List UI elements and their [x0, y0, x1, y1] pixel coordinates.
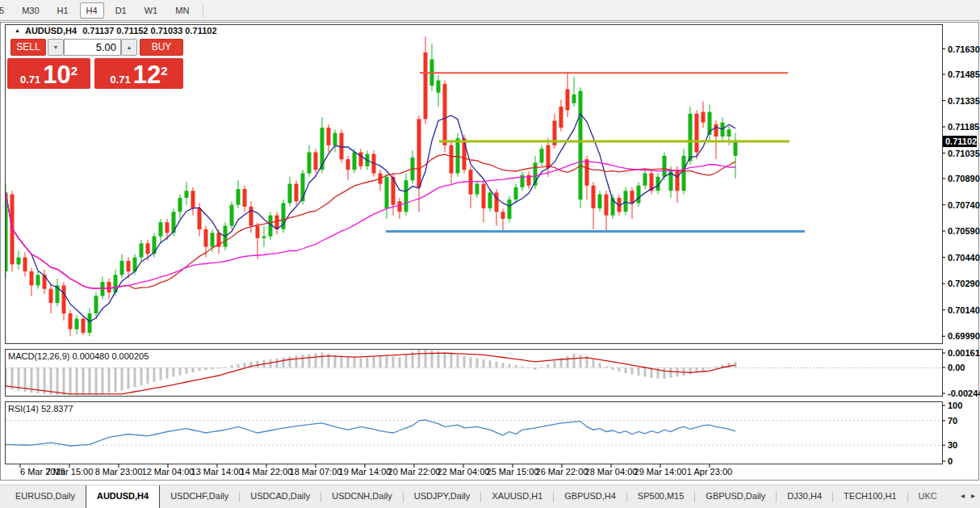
chart-tab-SP500-M15[interactable]: SP500,M15 [627, 485, 694, 508]
candle-body [237, 189, 241, 205]
buy-price-pips: 12 [133, 65, 161, 86]
price-axis-label: 0.71035 [948, 149, 980, 158]
candle-body [714, 124, 718, 136]
candle-body [262, 237, 266, 238]
candle-body [295, 184, 299, 202]
chart-tab-XAUUSD-H1[interactable]: XAUUSD,H1 [481, 485, 553, 508]
candle-body [475, 184, 480, 195]
rsi-axis-label: 0 [948, 456, 953, 466]
candle-body [353, 153, 357, 170]
candle-body [204, 229, 208, 247]
date-axis-label: 22 Mar 04:00 [438, 467, 490, 477]
volume-input[interactable] [64, 39, 121, 56]
candle-body [359, 153, 363, 166]
date-axis-label: 18 Mar 07:00 [290, 467, 342, 477]
chart-tab-GBPUSD-Daily[interactable]: GBPUSD,Daily [695, 485, 776, 508]
candle-body [695, 114, 699, 153]
candle-body [508, 199, 512, 219]
collapse-icon[interactable]: ▲ [15, 27, 20, 33]
date-axis-label: 12 Mar 04:00 [142, 467, 195, 477]
chart-ohlc-values: 0.71137 0.71152 0.71033 0.71102 [82, 26, 216, 36]
macd-axis-label: -0.002443 [948, 388, 980, 398]
buy-price-point: 2 [161, 67, 167, 75]
candle-body [185, 191, 189, 198]
candle-body [4, 192, 8, 271]
buy-button[interactable]: BUY [140, 39, 183, 56]
tab-scroll-right-icon[interactable]: ▸ [971, 491, 975, 500]
chart-tab-TECH100-H1[interactable]: TECH100,H1 [833, 485, 907, 508]
chart-tab-UKC[interactable]: UKC [908, 485, 940, 508]
date-axis-label: 28 Mar 04:00 [585, 467, 638, 477]
candle-body [230, 205, 234, 226]
current-price-label: 0.71102 [945, 136, 977, 146]
price-axis-label: 0.70890 [948, 174, 980, 183]
tab-scroll-left-icon[interactable]: ◂ [961, 491, 965, 500]
sell-price-pips: 10 [43, 65, 70, 86]
candle-body [424, 52, 428, 119]
price-axis-label: 0.71335 [948, 96, 980, 106]
chart-title: ▲ AUDUSD,H4 0.71137 0.71152 0.71033 0.71… [15, 25, 217, 36]
candle-body [75, 319, 79, 330]
application-window: 5M30H1H4D1W1MN 0.716300.714850.713350.71… [0, 0, 980, 508]
price-axis-label: 0.70590 [948, 226, 980, 236]
candle-body [682, 156, 686, 191]
sell-button[interactable]: SELL [10, 39, 46, 56]
buy-price-box[interactable]: 0.71 12 2 [94, 58, 183, 89]
chart-tab-EURUSD-Daily[interactable]: EURUSD,Daily [5, 485, 86, 508]
price-axis-label: 0.71185 [948, 122, 979, 132]
candle-body [320, 128, 325, 170]
chart-tab-GBPUSD-H4[interactable]: GBPUSD,H4 [554, 485, 626, 508]
candle-body [198, 208, 202, 229]
candle-body [49, 289, 53, 303]
candle-body [637, 186, 641, 204]
date-axis-label: 7 Mar 15:00 [46, 467, 94, 477]
candle-body [676, 170, 680, 191]
chart-tab-USDCAD-Daily[interactable]: USDCAD,Daily [240, 485, 320, 508]
candle-body [120, 261, 124, 275]
candle-body [140, 243, 144, 257]
candle-body [346, 159, 350, 170]
candle-body [417, 119, 421, 187]
chart-tab-bar: EURUSD,DailyAUDUSD,H4USDCHF,DailyUSDCAD,… [0, 485, 980, 508]
price-axis-label: 0.71485 [948, 69, 980, 79]
macd-axis-label: 0.00 [948, 363, 965, 372]
rsi-axis-label: 30 [948, 440, 957, 450]
candle-body [107, 282, 111, 292]
date-axis-label: 20 Mar 22:00 [388, 467, 441, 477]
candle-body [36, 275, 40, 285]
candle-body [501, 212, 505, 219]
candle-body [69, 313, 73, 330]
date-axis-label: 8 Mar 23:00 [95, 467, 143, 477]
candle-body [308, 153, 312, 174]
chart-tab-AUDUSD-H4[interactable]: AUDUSD,H4 [86, 485, 160, 508]
candle-body [30, 271, 34, 285]
candle-body [23, 258, 27, 271]
candle-body [62, 285, 66, 313]
chart-tab-USDCNH-Daily[interactable]: USDCNH,Daily [321, 485, 403, 508]
chart-tab-USDCHF-Daily[interactable]: USDCHF,Daily [160, 485, 239, 508]
candle-body [605, 195, 609, 216]
volume-decrease-button[interactable]: ▼ [48, 39, 64, 56]
candle-body [17, 258, 21, 265]
candle-body [249, 207, 253, 226]
volume-increase-button[interactable]: ▲ [121, 39, 137, 56]
candle-body [443, 84, 447, 145]
sell-price-box[interactable]: 0.71 10 2 [7, 58, 90, 89]
price-axis-label: 0.70140 [948, 305, 980, 315]
chart-tab-USDJPY-Daily[interactable]: USDJPY,Daily [404, 485, 481, 508]
date-axis-label: 25 Mar 15:00 [487, 467, 539, 477]
price-axis-label: 0.70740 [948, 200, 980, 210]
rsi-pane [6, 402, 943, 464]
price-axis-label: 0.70290 [948, 279, 980, 288]
tab-scroll-arrows: ◂ ▸ [961, 491, 975, 500]
date-axis-label: 14 Mar 22:00 [241, 467, 293, 477]
chart-tab-DJ30-H4[interactable]: DJ30,H4 [777, 485, 832, 508]
candle-body [101, 282, 105, 296]
candle-body [211, 233, 215, 246]
candle-body [624, 191, 628, 212]
candle-body [398, 201, 402, 212]
candle-body [547, 145, 551, 168]
candle-body [592, 186, 596, 208]
candle-body [333, 133, 337, 145]
candle-body [566, 89, 570, 110]
